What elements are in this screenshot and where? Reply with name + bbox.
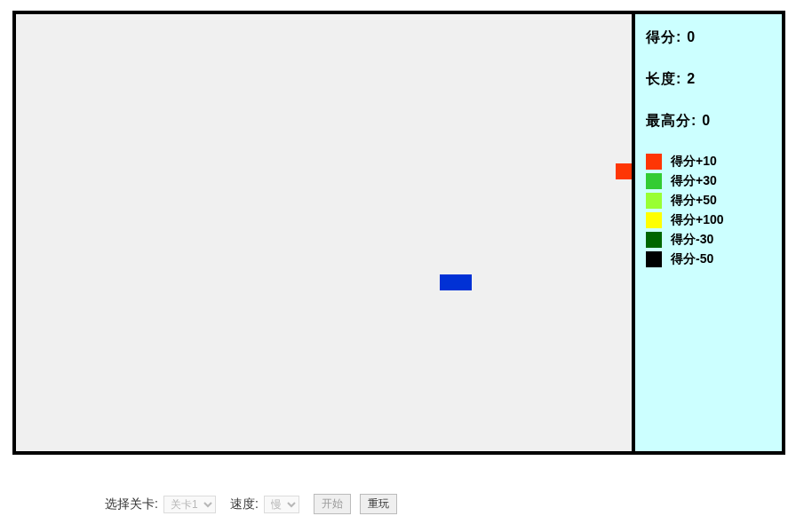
game-frame: 得分:0 长度:2 最高分:0 得分+10 得分+30 得分+50 得分+100: [12, 11, 785, 455]
length-value: 2: [687, 71, 696, 86]
side-panel: 得分:0 长度:2 最高分:0 得分+10 得分+30 得分+50 得分+100: [632, 14, 782, 451]
score-label: 得分: [646, 29, 676, 44]
snake-segment: [440, 274, 456, 290]
legend-swatch: [646, 154, 662, 170]
start-button[interactable]: 开始: [314, 494, 351, 514]
legend-swatch: [646, 193, 662, 209]
replay-button[interactable]: 重玩: [360, 494, 397, 514]
legend-swatch: [646, 212, 662, 228]
legend-label: 得分+30: [671, 173, 717, 189]
length-display: 长度:2: [646, 70, 775, 89]
length-label: 长度: [646, 71, 676, 86]
speed-select-label: 速度:: [230, 496, 259, 512]
legend-swatch: [646, 232, 662, 248]
legend-label: 得分+50: [671, 193, 717, 209]
controls-bar: 选择关卡: 关卡1 速度: 慢 开始 重玩: [105, 494, 406, 514]
legend-swatch: [646, 173, 662, 189]
hiscore-display: 最高分:0: [646, 112, 775, 131]
legend-swatch: [646, 251, 662, 267]
legend-item: 得分-30: [646, 232, 775, 248]
legend-label: 得分-50: [671, 251, 713, 267]
legend-item: 得分+50: [646, 193, 775, 209]
legend-label: 得分+10: [671, 154, 717, 170]
legend-label: 得分+100: [671, 212, 724, 228]
food-block: [616, 163, 632, 179]
score-display: 得分:0: [646, 28, 775, 47]
legend-item: 得分+10: [646, 154, 775, 170]
legend-item: 得分+100: [646, 212, 775, 228]
legend: 得分+10 得分+30 得分+50 得分+100 得分-30 得分-50: [646, 154, 775, 267]
legend-label: 得分-30: [671, 232, 713, 248]
speed-select[interactable]: 慢: [264, 496, 299, 513]
level-select[interactable]: 关卡1: [163, 496, 216, 513]
score-value: 0: [687, 29, 696, 44]
snake-segment: [456, 274, 472, 290]
hiscore-label: 最高分: [646, 113, 691, 128]
play-area[interactable]: [16, 14, 632, 451]
legend-item: 得分-50: [646, 251, 775, 267]
hiscore-value: 0: [702, 113, 711, 128]
legend-item: 得分+30: [646, 173, 775, 189]
level-select-label: 选择关卡:: [105, 496, 158, 512]
